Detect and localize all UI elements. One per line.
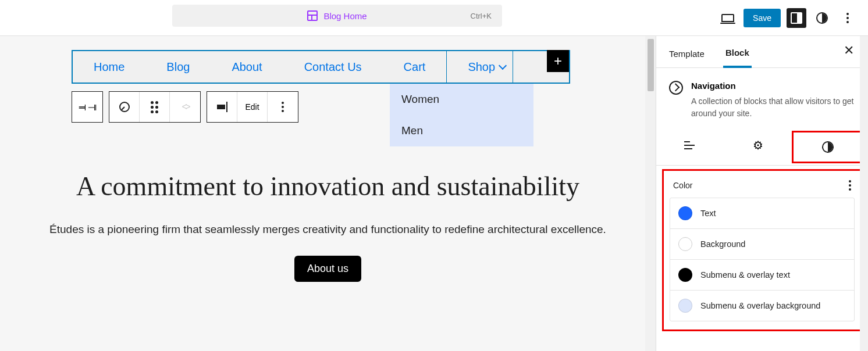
block-toolbar: ⫤⫣ < > Edit	[72, 91, 304, 123]
sidebar-tabs: Template Block ✕	[656, 36, 868, 68]
nav-item-shop[interactable]: Shop	[446, 51, 513, 83]
align-icon	[217, 102, 227, 112]
shortcut-label: Ctrl+K	[471, 12, 492, 20]
color-swatch	[678, 268, 692, 282]
template-layout-icon	[307, 10, 318, 21]
tab-template[interactable]: Template	[667, 43, 707, 67]
gear-icon: ⚙	[753, 138, 763, 152]
styles-button[interactable]	[812, 8, 832, 28]
contrast-icon	[822, 141, 834, 153]
color-panel: Color Text Background Submenu & overlay …	[662, 169, 862, 331]
nav-item-about[interactable]: About	[211, 51, 283, 83]
toolbar-parent-select[interactable]	[109, 92, 140, 122]
settings-tab-list[interactable]	[656, 129, 724, 162]
color-panel-more[interactable]	[849, 180, 851, 191]
kebab-icon	[282, 102, 284, 112]
hero-heading[interactable]: A commitment to innovation and sustainab…	[17, 170, 638, 203]
color-label: Submenu & overlay text	[700, 270, 790, 280]
contrast-icon	[816, 12, 828, 24]
color-row-text[interactable]: Text	[670, 198, 854, 229]
navigation-block-icon	[669, 81, 683, 95]
tab-block[interactable]: Block	[723, 42, 752, 68]
color-swatch	[678, 299, 692, 313]
submenu-item-men[interactable]: Men	[390, 115, 533, 146]
block-info: Navigation A collection of blocks that a…	[656, 68, 868, 129]
color-label: Text	[700, 209, 716, 218]
template-name: Blog Home	[323, 11, 367, 21]
nav-item-cart[interactable]: Cart	[383, 51, 447, 83]
settings-sidebar: Template Block ✕ Navigation A collection…	[656, 36, 868, 351]
block-title: Navigation	[691, 81, 855, 91]
toolbar-drag-handle[interactable]	[140, 92, 170, 122]
more-options-button[interactable]	[838, 8, 858, 28]
save-button[interactable]: Save	[744, 9, 781, 27]
add-block-button[interactable]: +	[547, 50, 569, 72]
canvas-scrollbar[interactable]	[645, 36, 656, 351]
toolbar-edit[interactable]: Edit	[237, 92, 268, 122]
settings-sub-tabs: ⚙	[656, 129, 868, 166]
hero-button[interactable]: About us	[294, 256, 361, 282]
color-row-submenu-bg[interactable]: Submenu & overlay background	[670, 291, 854, 321]
laptop-icon	[721, 14, 734, 22]
nav-item-blog[interactable]: Blog	[145, 51, 211, 83]
color-swatch	[678, 206, 692, 220]
kebab-icon	[846, 13, 849, 23]
sidepanel-icon	[791, 12, 802, 24]
close-sidebar-button[interactable]: ✕	[844, 43, 854, 58]
top-bar: Blog Home Ctrl+K Save	[0, 0, 868, 36]
color-panel-title: Color	[673, 181, 692, 190]
chevrons-icon: < >	[182, 102, 188, 112]
view-button[interactable]	[718, 8, 738, 28]
nav-spacer	[513, 51, 527, 83]
hero-section: A commitment to innovation and sustainab…	[0, 170, 656, 282]
sidebar-toggle-button[interactable]	[787, 8, 806, 28]
sidebar-scrollbar[interactable]	[860, 36, 868, 351]
list-icon	[684, 141, 696, 149]
toolbar-block-type[interactable]: ⫤⫣	[72, 92, 102, 122]
color-row-background[interactable]: Background	[670, 229, 854, 260]
navigation-block[interactable]: Home Blog About Contact Us Cart Shop	[72, 50, 570, 84]
toolbar-more[interactable]	[268, 92, 298, 122]
hero-paragraph[interactable]: Études is a pioneering firm that seamles…	[17, 221, 638, 238]
block-description: A collection of blocks that allow visito…	[691, 95, 855, 120]
toolbar-align[interactable]	[207, 92, 237, 122]
submenu: Women Men	[390, 84, 533, 146]
settings-tab-styles[interactable]	[792, 131, 863, 163]
drag-icon	[151, 101, 158, 113]
nav-item-home[interactable]: Home	[73, 51, 145, 83]
color-label: Background	[700, 239, 745, 249]
compass-icon	[119, 102, 130, 112]
nav-item-contact[interactable]: Contact Us	[283, 51, 383, 83]
color-swatch	[678, 237, 692, 251]
submenu-item-women[interactable]: Women	[390, 84, 533, 115]
color-list: Text Background Submenu & overlay text S…	[670, 198, 855, 321]
template-selector[interactable]: Blog Home Ctrl+K	[172, 5, 502, 27]
settings-tab-settings[interactable]: ⚙	[724, 129, 792, 162]
split-icon: ⫤⫣	[77, 101, 98, 113]
editor-canvas[interactable]: Home Blog About Contact Us Cart Shop + W…	[0, 36, 656, 351]
color-label: Submenu & overlay background	[700, 301, 820, 310]
color-row-submenu-text[interactable]: Submenu & overlay text	[670, 260, 854, 291]
toolbar-move[interactable]: < >	[170, 92, 200, 122]
